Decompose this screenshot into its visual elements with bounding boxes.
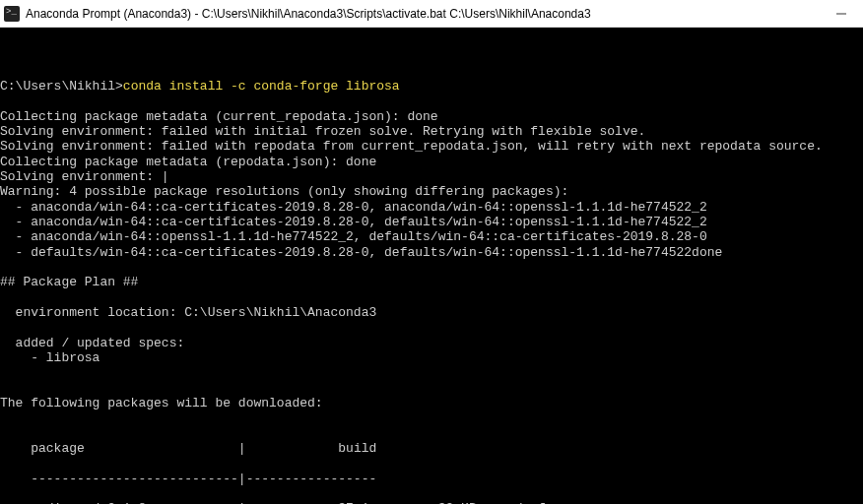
output-line: Collecting package metadata (current_rep… bbox=[0, 109, 863, 124]
output-line: Warning: 4 possible package resolutions … bbox=[0, 184, 863, 199]
window-titlebar: Anaconda Prompt (Anaconda3) - C:\Users\N… bbox=[0, 0, 863, 28]
col-build: build bbox=[338, 441, 376, 456]
window-controls bbox=[819, 0, 863, 28]
output-line: - defaults/win-64::ca-certificates-2019.… bbox=[0, 245, 863, 260]
terminal-output[interactable]: C:\Users\Nikhil>conda install -c conda-f… bbox=[0, 28, 863, 504]
prompt-line: C:\Users\Nikhil>conda install -c conda-f… bbox=[0, 79, 863, 94]
output-line bbox=[0, 320, 863, 335]
blank-line bbox=[0, 48, 863, 63]
output-line: The following packages will be downloade… bbox=[0, 396, 863, 410]
output-line: Solving environment: failed with repodat… bbox=[0, 139, 863, 154]
output-line bbox=[0, 410, 863, 425]
shell-prompt: C:\Users\Nikhil> bbox=[0, 79, 123, 94]
terminal-icon bbox=[4, 6, 20, 22]
output-line: ## Package Plan ## bbox=[0, 275, 863, 289]
minimize-icon bbox=[836, 9, 846, 19]
output-line: - anaconda/win-64::ca-certificates-2019.… bbox=[0, 215, 863, 229]
table-separator: ---------------------------|------------… bbox=[0, 472, 863, 486]
output-lines: Collecting package metadata (current_rep… bbox=[0, 109, 863, 426]
output-line bbox=[0, 381, 863, 396]
output-line: Solving environment: | bbox=[0, 169, 863, 184]
output-line: - librosa bbox=[0, 350, 863, 365]
output-line: - anaconda/win-64::openssl-1.1.1d-he7745… bbox=[0, 229, 863, 244]
minimize-button[interactable] bbox=[819, 0, 863, 28]
output-line: Solving environment: failed with initial… bbox=[0, 124, 863, 139]
titlebar-left: Anaconda Prompt (Anaconda3) - C:\Users\N… bbox=[0, 6, 591, 22]
table-header-row: package | build bbox=[0, 441, 863, 456]
output-line: environment location: C:\Users\Nikhil\An… bbox=[0, 305, 863, 320]
output-line bbox=[0, 260, 863, 275]
window-title: Anaconda Prompt (Anaconda3) - C:\Users\N… bbox=[26, 7, 591, 21]
output-line bbox=[0, 290, 863, 305]
output-line: Collecting package metadata (repodata.js… bbox=[0, 155, 863, 169]
col-package: package bbox=[31, 441, 85, 456]
output-line bbox=[0, 365, 863, 380]
output-line: added / updated specs: bbox=[0, 336, 863, 350]
output-line: - anaconda/win-64::ca-certificates-2019.… bbox=[0, 200, 863, 215]
entered-command: conda install -c conda-forge librosa bbox=[123, 79, 400, 94]
